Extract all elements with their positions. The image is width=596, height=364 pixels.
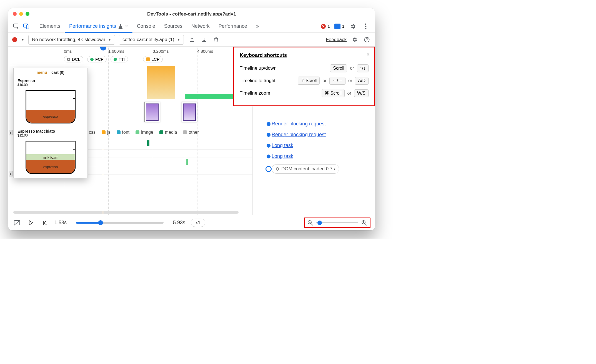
cup2-foam-label: milk foam [26,154,75,160]
settings-gear-icon[interactable] [349,22,357,31]
kbd-ad: A/D [355,77,369,85]
import-icon[interactable] [200,36,208,44]
keyboard-shortcuts-panel: Keyboard shortcuts × Timeline up/down Sc… [233,47,375,106]
shortcut-zoom: Timeline zoom ⌘ Scroll or W/S [240,89,369,97]
insight-row-2[interactable]: Render blocking request [259,132,369,138]
svg-point-3 [365,23,367,25]
cup2-espresso-label: espresso [26,160,75,173]
legend-font: font [117,130,130,135]
tab-network[interactable]: Network [187,20,214,33]
zoom-slider[interactable] [316,222,358,223]
svg-line-9 [14,220,20,225]
zoom-out-icon[interactable] [307,220,313,226]
more-menu-icon[interactable] [362,22,370,31]
help-icon[interactable]: ? [363,36,371,44]
screenshot-preview-popover: menu cart (0) Espresso $10.00 espresso E… [13,68,88,178]
track-expander-1[interactable]: ▶ [9,130,13,135]
messages-count: 1 [342,24,344,29]
preview-item2-name: Espresso Macchiato [14,127,87,133]
screenshot-thumb-2[interactable] [182,102,197,122]
tabs-overflow[interactable]: » [252,20,263,33]
replay-slider[interactable] [76,222,164,224]
record-menu-caret[interactable]: ▼ [21,38,24,42]
timeline-header: 0ms 1,600ms 3,200ms 4,800ms DCL FCP TTI … [8,47,252,66]
kbd-shift-scroll: ⇧ Scroll [298,77,320,85]
timeline-ticks: 0ms 1,600ms 3,200ms 4,800ms [8,49,252,54]
errors-count: 1 [327,24,330,29]
timeline-pane[interactable]: 0ms 1,600ms 3,200ms 4,800ms DCL FCP TTI … [8,47,253,215]
lcp-region [147,66,175,99]
marker-lcp[interactable]: LCP [143,56,163,62]
insight-dcl-row[interactable]: DOM content loaded 0.7s [259,164,369,174]
devtools-window: DevTools - coffee-cart.netlify.app/?ad=1… [8,8,375,230]
zoom-window-button[interactable] [26,12,29,16]
kbd-arrows-lr: ←/→ [329,77,345,85]
svg-point-5 [365,28,367,29]
close-tab-icon[interactable]: × [125,23,128,29]
device-toggle-icon[interactable] [22,22,31,31]
flask-icon [118,24,123,29]
svg-line-14 [365,224,367,225]
svg-rect-2 [27,25,29,29]
delete-icon[interactable] [212,36,221,44]
svg-point-4 [365,26,367,27]
go-to-start-icon[interactable] [41,219,49,227]
insights-toolbar: ▼ No network throttling, 4× slowdown ▼ c… [8,33,375,47]
panel-settings-gear-icon[interactable] [350,36,359,44]
tab-sources[interactable]: Sources [160,20,187,33]
tab-console[interactable]: Console [132,20,160,33]
dcl-pill: DOM content loaded 0.7s [272,164,339,174]
timeline-horiz-scrollbar[interactable] [13,211,239,214]
screenshot-thumb-1[interactable] [144,102,160,122]
zoom-controls [304,218,370,228]
insight-row-1[interactable]: Render blocking request [259,121,369,127]
replay-time-left: 1.53s [54,220,67,226]
play-icon[interactable] [27,219,35,227]
insight-row-4[interactable]: Long task [259,153,369,159]
timeline-playhead[interactable] [103,47,103,215]
devtools-tabs: Elements Performance insights × Console … [8,20,375,33]
tab-list: Elements Performance insights × Console … [35,20,319,33]
replay-footer: 1.53s 5.93s x1 [8,215,375,230]
svg-text:?: ? [366,38,368,42]
kbd-cmd-scroll: ⌘ Scroll [322,89,344,97]
cup1-espresso-label: espresso [26,110,75,123]
throttling-dropdown[interactable]: No network throttling, 4× slowdown ▼ [28,35,115,45]
insight-row-3[interactable]: Long task [259,143,369,148]
replay-time-right: 5.93s [173,220,185,226]
tab-performance[interactable]: Performance [214,20,252,33]
errors-badge[interactable]: ✕ 1 [321,24,330,29]
tab-performance-insights[interactable]: Performance insights × [65,20,132,33]
preview-item1-name: Espresso [14,77,87,83]
recording-dropdown[interactable]: coffee-cart.netlify.app (1) ▼ [119,35,184,45]
marker-dcl[interactable]: DCL [64,56,83,62]
minimize-window-button[interactable] [19,12,23,16]
zoom-in-icon[interactable] [361,220,367,226]
tick-1: 1,600ms [108,49,153,54]
timeline-markers: DCL FCP TTI LCP [64,56,163,62]
inspect-icon[interactable] [12,22,21,31]
legend-other: other [183,130,199,135]
preview-cup-2: milk foam espresso [26,141,76,174]
marker-fcp[interactable]: FCP [87,56,107,62]
messages-badge[interactable]: 1 [334,24,344,29]
svg-rect-0 [14,24,18,27]
feedback-link[interactable]: Feedback [326,37,347,42]
preview-nav-menu: menu [37,70,47,75]
marker-tti[interactable]: TTI [111,56,128,62]
shortcut-leftright: Timeline left/right ⇧ Scroll or ←/→ or A… [240,77,369,85]
track-expander-2[interactable]: ▶ [9,171,13,176]
playback-speed-button[interactable]: x1 [191,219,205,227]
tab-elements[interactable]: Elements [35,20,65,33]
shortcuts-title: Keyboard shortcuts [240,52,369,58]
image-segment [186,159,188,165]
export-icon[interactable] [188,36,196,44]
close-window-button[interactable] [13,12,17,16]
toggle-screenshots-icon[interactable] [13,219,21,227]
content-area: 0ms 1,600ms 3,200ms 4,800ms DCL FCP TTI … [8,47,375,215]
shortcuts-close-icon[interactable]: × [366,51,370,58]
message-icon [334,24,340,29]
shortcut-updown: Timeline up/down Scroll or ↑/↓ [240,64,369,72]
preview-nav-cart: cart (0) [51,70,64,75]
record-button[interactable] [12,37,17,42]
